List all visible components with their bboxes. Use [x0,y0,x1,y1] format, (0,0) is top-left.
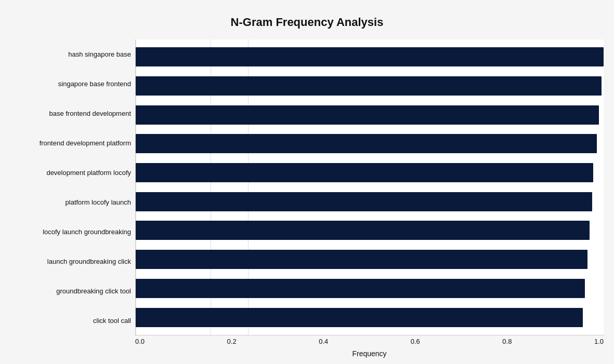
x-tick: 0.6 [411,338,420,345]
chart-area: hash singapore basesingapore base fronte… [10,39,604,300]
bar [136,47,604,66]
bar-row [136,306,604,329]
y-labels: hash singapore basesingapore base fronte… [10,39,135,335]
x-axis-section: 0.00.20.40.60.81.0 Frequency [10,338,604,358]
y-label: development platform locofy [10,158,135,187]
y-label: locofy launch groundbreaking [10,217,135,247]
x-tick: 0.0 [135,338,145,345]
x-axis-title: Frequency [135,349,604,358]
chart-container: N-Gram Frequency Analysis hash singapore… [0,0,614,364]
y-label: groundbreaking click tool [10,276,135,306]
y-label: hash singapore base [10,39,135,69]
y-label: singapore base frontend [10,69,135,99]
bar-row [136,219,604,242]
y-label: platform locofy launch [10,187,135,217]
bars-section: hash singapore basesingapore base fronte… [10,39,604,335]
bar [136,250,587,269]
bar [136,279,585,298]
x-ticks: 0.00.20.40.60.81.0 [135,338,604,345]
bar [136,192,592,211]
bar-row [136,45,604,69]
bar-row [136,103,604,127]
bar [136,308,583,327]
x-tick: 1.0 [594,338,604,345]
x-axis-spacer [10,338,135,358]
bar [136,134,597,153]
x-axis-labels: 0.00.20.40.60.81.0 Frequency [135,338,604,358]
bar-row [136,190,604,213]
x-tick: 0.2 [227,338,237,345]
y-label: base frontend development [10,99,135,128]
bars-plot [135,39,604,335]
bar-row [136,248,604,271]
bar-row [136,132,604,155]
bar [136,105,599,125]
x-tick: 0.8 [502,338,512,345]
x-tick: 0.4 [319,338,328,345]
bar-row [136,74,604,98]
bar [136,76,602,96]
y-label: launch groundbreaking click [10,247,135,276]
bar-row [136,161,604,184]
y-label: frontend development platform [10,128,135,158]
bar [136,163,593,182]
bar [136,221,590,240]
y-label: click tool call [10,306,135,335]
chart-title: N-Gram Frequency Analysis [10,10,604,29]
bar-row [136,277,604,300]
